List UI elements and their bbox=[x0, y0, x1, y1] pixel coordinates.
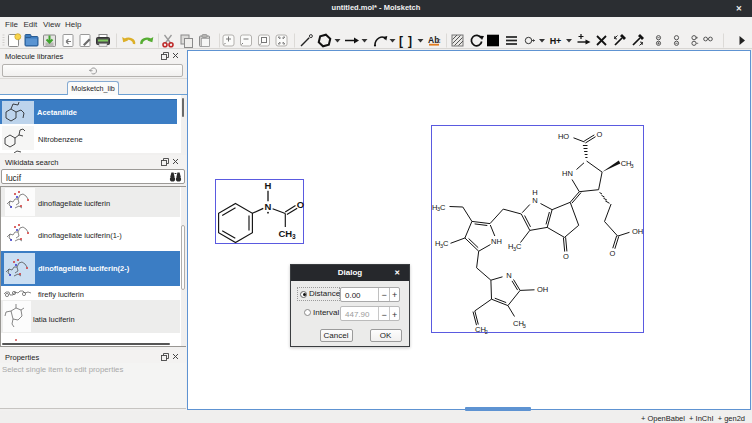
svg-text:[: [ bbox=[399, 34, 403, 48]
svg-text:CH: CH bbox=[279, 228, 293, 239]
svg-text:C: C bbox=[516, 242, 522, 251]
svg-text:C: C bbox=[443, 239, 449, 248]
svg-text:O: O bbox=[297, 199, 304, 210]
svg-text:O: O bbox=[563, 252, 569, 261]
svg-text:c: c bbox=[437, 37, 441, 44]
svg-text:HO: HO bbox=[557, 132, 568, 141]
svg-text:O: O bbox=[596, 130, 602, 139]
svg-text:H+: H+ bbox=[550, 36, 562, 46]
svg-text:C: C bbox=[440, 203, 446, 212]
svg-text:N: N bbox=[532, 196, 537, 205]
svg-text:NH: NH bbox=[491, 237, 502, 246]
svg-text:H: H bbox=[265, 180, 272, 191]
svg-text:2: 2 bbox=[484, 329, 487, 334]
svg-text:3: 3 bbox=[292, 233, 296, 240]
svg-text:3: 3 bbox=[522, 323, 525, 329]
svg-text:N: N bbox=[506, 271, 511, 280]
svg-text:]: ] bbox=[408, 34, 412, 48]
svg-text:3: 3 bbox=[630, 163, 633, 169]
svg-text:N: N bbox=[265, 201, 272, 212]
svg-text:OH: OH bbox=[536, 285, 547, 294]
svg-text:OH: OH bbox=[631, 227, 642, 236]
svg-text:HN: HN bbox=[562, 169, 573, 178]
svg-text:O: O bbox=[609, 249, 615, 258]
